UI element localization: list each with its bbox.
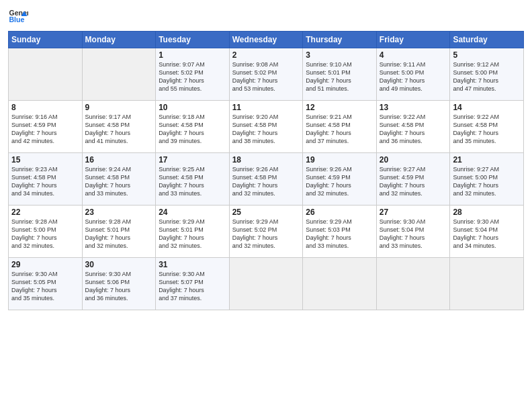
day-cell-1: 1Sunrise: 9:07 AMSunset: 5:02 PMDaylight… (156, 48, 230, 101)
day-number: 27 (380, 208, 447, 217)
day-cell-24: 24Sunrise: 9:29 AMSunset: 5:01 PMDayligh… (156, 205, 230, 258)
day-info: Sunrise: 9:17 AMSunset: 4:58 PMDaylight:… (85, 113, 153, 146)
day-cell-15: 15Sunrise: 9:23 AMSunset: 4:58 PMDayligh… (9, 153, 83, 205)
day-cell-21: 21Sunrise: 9:27 AMSunset: 5:00 PMDayligh… (450, 153, 524, 205)
day-number: 11 (232, 103, 300, 112)
calendar-header-friday: Friday (376, 32, 450, 48)
day-cell-30: 30Sunrise: 9:30 AMSunset: 5:06 PMDayligh… (82, 258, 156, 310)
calendar-header-saturday: Saturday (450, 32, 524, 48)
day-cell-20: 20Sunrise: 9:27 AMSunset: 4:59 PMDayligh… (376, 153, 450, 205)
day-cell-12: 12Sunrise: 9:21 AMSunset: 4:58 PMDayligh… (303, 101, 377, 153)
day-number: 24 (159, 208, 226, 217)
day-number: 21 (453, 155, 521, 165)
empty-cell (376, 258, 450, 310)
day-info: Sunrise: 9:22 AMSunset: 4:58 PMDaylight:… (380, 113, 447, 146)
day-info: Sunrise: 9:28 AMSunset: 5:00 PMDaylight:… (11, 218, 79, 250)
day-cell-16: 16Sunrise: 9:24 AMSunset: 4:58 PMDayligh… (82, 153, 156, 205)
day-info: Sunrise: 9:30 AMSunset: 5:07 PMDaylight:… (159, 270, 226, 303)
day-cell-3: 3Sunrise: 9:10 AMSunset: 5:01 PMDaylight… (303, 48, 377, 101)
day-number: 2 (232, 50, 300, 60)
header: General Blue (8, 7, 524, 26)
day-number: 16 (85, 155, 153, 165)
calendar-week-2: 8Sunrise: 9:16 AMSunset: 4:59 PMDaylight… (9, 101, 524, 153)
day-info: Sunrise: 9:27 AMSunset: 4:59 PMDaylight:… (380, 165, 447, 198)
empty-cell (303, 258, 377, 310)
day-info: Sunrise: 9:12 AMSunset: 5:00 PMDaylight:… (453, 60, 521, 93)
day-info: Sunrise: 9:29 AMSunset: 5:02 PMDaylight:… (232, 218, 300, 250)
day-cell-19: 19Sunrise: 9:26 AMSunset: 4:59 PMDayligh… (303, 153, 377, 205)
svg-text:Blue: Blue (9, 15, 25, 24)
day-cell-25: 25Sunrise: 9:29 AMSunset: 5:02 PMDayligh… (229, 205, 303, 258)
day-number: 15 (11, 155, 79, 165)
day-cell-11: 11Sunrise: 9:20 AMSunset: 4:58 PMDayligh… (229, 101, 303, 153)
day-info: Sunrise: 9:16 AMSunset: 4:59 PMDaylight:… (11, 113, 79, 146)
calendar-header-tuesday: Tuesday (156, 32, 230, 48)
day-info: Sunrise: 9:20 AMSunset: 4:58 PMDaylight:… (232, 113, 300, 146)
day-info: Sunrise: 9:29 AMSunset: 5:03 PMDaylight:… (306, 218, 373, 250)
day-cell-5: 5Sunrise: 9:12 AMSunset: 5:00 PMDaylight… (450, 48, 524, 101)
day-info: Sunrise: 9:30 AMSunset: 5:04 PMDaylight:… (380, 218, 447, 250)
day-cell-4: 4Sunrise: 9:11 AMSunset: 5:00 PMDaylight… (376, 48, 450, 101)
day-info: Sunrise: 9:30 AMSunset: 5:05 PMDaylight:… (11, 270, 79, 303)
day-number: 12 (306, 103, 373, 112)
day-cell-27: 27Sunrise: 9:30 AMSunset: 5:04 PMDayligh… (376, 205, 450, 258)
day-number: 22 (11, 208, 79, 217)
day-cell-9: 9Sunrise: 9:17 AMSunset: 4:58 PMDaylight… (82, 101, 156, 153)
day-info: Sunrise: 9:30 AMSunset: 5:04 PMDaylight:… (453, 218, 521, 250)
day-number: 8 (11, 103, 79, 112)
day-number: 9 (85, 103, 153, 112)
calendar-header-sunday: Sunday (9, 32, 83, 48)
day-info: Sunrise: 9:23 AMSunset: 4:58 PMDaylight:… (11, 165, 79, 198)
day-number: 18 (232, 155, 300, 165)
day-info: Sunrise: 9:10 AMSunset: 5:01 PMDaylight:… (306, 60, 373, 93)
day-number: 29 (11, 260, 79, 269)
calendar-header-wednesday: Wednesday (229, 32, 303, 48)
day-cell-26: 26Sunrise: 9:29 AMSunset: 5:03 PMDayligh… (303, 205, 377, 258)
day-number: 10 (159, 103, 226, 112)
day-number: 4 (380, 50, 447, 60)
day-number: 17 (159, 155, 226, 165)
day-info: Sunrise: 9:26 AMSunset: 4:58 PMDaylight:… (232, 165, 300, 198)
day-info: Sunrise: 9:22 AMSunset: 4:58 PMDaylight:… (453, 113, 521, 146)
day-number: 14 (453, 103, 521, 112)
day-cell-2: 2Sunrise: 9:08 AMSunset: 5:02 PMDaylight… (229, 48, 303, 101)
day-number: 19 (306, 155, 373, 165)
logo-icon: General Blue (8, 7, 28, 26)
calendar-week-3: 15Sunrise: 9:23 AMSunset: 4:58 PMDayligh… (9, 153, 524, 205)
day-info: Sunrise: 9:11 AMSunset: 5:00 PMDaylight:… (380, 60, 447, 93)
day-cell-14: 14Sunrise: 9:22 AMSunset: 4:58 PMDayligh… (450, 101, 524, 153)
day-cell-13: 13Sunrise: 9:22 AMSunset: 4:58 PMDayligh… (376, 101, 450, 153)
day-info: Sunrise: 9:30 AMSunset: 5:06 PMDaylight:… (85, 270, 153, 303)
calendar-week-5: 29Sunrise: 9:30 AMSunset: 5:05 PMDayligh… (9, 258, 524, 310)
day-info: Sunrise: 9:27 AMSunset: 5:00 PMDaylight:… (453, 165, 521, 198)
page-container: General Blue SundayMondayTuesdayWednesda… (0, 0, 532, 314)
day-number: 28 (453, 208, 521, 217)
calendar-header-row: SundayMondayTuesdayWednesdayThursdayFrid… (9, 32, 524, 48)
day-cell-23: 23Sunrise: 9:28 AMSunset: 5:01 PMDayligh… (82, 205, 156, 258)
day-info: Sunrise: 9:28 AMSunset: 5:01 PMDaylight:… (85, 218, 153, 250)
calendar-table: SundayMondayTuesdayWednesdayThursdayFrid… (8, 31, 524, 310)
day-number: 3 (306, 50, 373, 60)
day-info: Sunrise: 9:24 AMSunset: 4:58 PMDaylight:… (85, 165, 153, 198)
day-cell-10: 10Sunrise: 9:18 AMSunset: 4:58 PMDayligh… (156, 101, 230, 153)
day-info: Sunrise: 9:08 AMSunset: 5:02 PMDaylight:… (232, 60, 300, 93)
day-info: Sunrise: 9:21 AMSunset: 4:58 PMDaylight:… (306, 113, 373, 146)
day-cell-29: 29Sunrise: 9:30 AMSunset: 5:05 PMDayligh… (9, 258, 83, 310)
day-number: 31 (159, 260, 226, 269)
day-info: Sunrise: 9:26 AMSunset: 4:59 PMDaylight:… (306, 165, 373, 198)
day-number: 26 (306, 208, 373, 217)
day-cell-31: 31Sunrise: 9:30 AMSunset: 5:07 PMDayligh… (156, 258, 230, 310)
day-number: 30 (85, 260, 153, 269)
day-number: 25 (232, 208, 300, 217)
day-number: 23 (85, 208, 153, 217)
day-info: Sunrise: 9:29 AMSunset: 5:01 PMDaylight:… (159, 218, 226, 250)
day-number: 1 (159, 50, 226, 60)
day-info: Sunrise: 9:18 AMSunset: 4:58 PMDaylight:… (159, 113, 226, 146)
empty-cell (450, 258, 524, 310)
day-cell-22: 22Sunrise: 9:28 AMSunset: 5:00 PMDayligh… (9, 205, 83, 258)
day-number: 5 (453, 50, 521, 60)
empty-cell (82, 48, 156, 101)
calendar-week-1: 1Sunrise: 9:07 AMSunset: 5:02 PMDaylight… (9, 48, 524, 101)
day-cell-8: 8Sunrise: 9:16 AMSunset: 4:59 PMDaylight… (9, 101, 83, 153)
calendar-header-monday: Monday (82, 32, 156, 48)
